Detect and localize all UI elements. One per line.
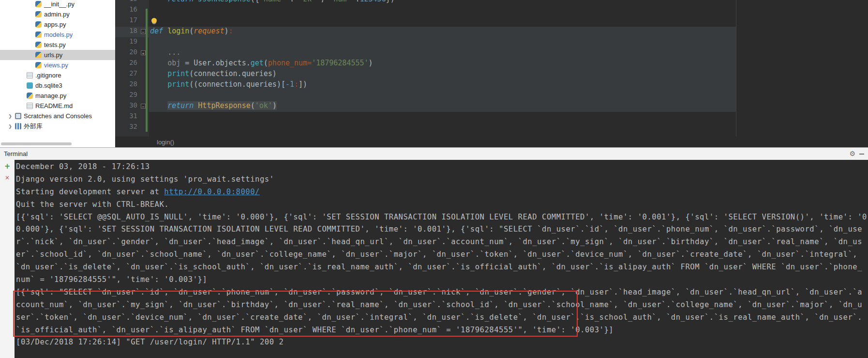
terminal-line-14: `is_official_auth`, `dn_user`.`is_alipay… xyxy=(16,326,868,338)
hide-panel-icon[interactable] xyxy=(859,154,864,155)
code-line-20[interactable]: ... xyxy=(149,48,868,59)
expand-arrow-icon[interactable]: ❯ xyxy=(5,124,15,129)
gutter-line-30[interactable]: 30− xyxy=(115,101,149,112)
code-line-19[interactable] xyxy=(149,37,868,48)
code-token: User.objects. xyxy=(194,59,250,67)
server-url-link[interactable]: http://0.0.0.0:8000/ xyxy=(164,187,260,196)
gutter-line-31[interactable]: 31 xyxy=(115,112,149,123)
db-file-icon xyxy=(27,82,33,89)
terminal-line-11: [{'sql': "SELECT `dn_user`.`id`, `dn_use… xyxy=(16,288,868,300)
intention-bulb-icon[interactable] xyxy=(151,18,157,23)
code-line-26[interactable]: obj = User.objects.get(phone_num='187962… xyxy=(149,59,868,69)
gutter-line-15[interactable]: 15 xyxy=(115,0,149,5)
breadcrumb[interactable]: login() xyxy=(157,139,174,146)
python-file-icon xyxy=(35,11,42,17)
gutter-line-32[interactable]: 32 xyxy=(115,123,149,133)
terminal-line-12: ccount_num`, `dn_user`.`my_sign`, `dn_us… xyxy=(16,300,868,313)
gutter-line-19[interactable]: 19 xyxy=(115,37,149,48)
gutter-line-26[interactable]: 26 xyxy=(115,59,149,69)
line-number: 16 xyxy=(115,5,137,13)
code-token: : xyxy=(229,27,233,35)
code-token: ... xyxy=(167,48,180,57)
terminal-text: Django version 2.0, using settings 'pro_… xyxy=(16,175,274,184)
line-number: 31 xyxy=(115,112,137,120)
code-token: get xyxy=(251,59,264,67)
code-token: ({ xyxy=(251,0,259,3)
code-line-16[interactable] xyxy=(149,5,868,16)
lib-file-icon xyxy=(15,123,21,129)
tree-item-label: apps.py xyxy=(44,21,66,28)
gear-icon[interactable]: ⚙ xyxy=(849,150,855,157)
code-token xyxy=(150,80,167,89)
new-session-icon[interactable]: + xyxy=(3,162,12,171)
terminal-line-13: ser`.`token`, `dn_user`.`device_num`, `d… xyxy=(16,313,868,326)
vcs-change-strip xyxy=(146,9,148,132)
tree-item-manage-py[interactable]: manage.py xyxy=(0,91,115,101)
terminal-text: [{'sql': 'SELECT @@SQL_AUTO_IS_NULL', 't… xyxy=(16,213,867,221)
tree-item-urls-py[interactable]: urls.py xyxy=(0,50,115,60)
gutter-line-18[interactable]: 18− xyxy=(115,27,149,37)
tree-item-apps-py[interactable]: apps.py xyxy=(0,19,115,30)
code-line-17[interactable] xyxy=(149,16,868,27)
code-token: print xyxy=(167,69,189,78)
tree-item--gitignore[interactable]: .gitignore xyxy=(0,70,115,80)
gutter-line-29[interactable]: 29 xyxy=(115,91,149,101)
tree-item-views-py[interactable]: views.py xyxy=(0,60,115,70)
code-line-32[interactable] xyxy=(149,123,868,133)
tree-horizontal-scrollbar[interactable] xyxy=(1,142,72,145)
terminal-line-6: 0.000'}, {'sql': 'SET SESSION TRANSACTIO… xyxy=(16,225,868,237)
terminal-text: `dn_user`.`is_delete`, `dn_user`.`is_sch… xyxy=(16,263,862,271)
tree-item-label: db.sqlite3 xyxy=(35,82,62,89)
code-token xyxy=(150,59,167,67)
gutter-line-28[interactable]: 28 xyxy=(115,80,149,91)
code-area[interactable]: return JsonResponse({'name' : 'zk' , 'nu… xyxy=(149,0,868,137)
fold-plus-icon[interactable]: + xyxy=(141,50,146,55)
tree-item-db-sqlite3[interactable]: db.sqlite3 xyxy=(0,80,115,91)
tree-item-admin-py[interactable]: admin.py xyxy=(0,9,115,19)
code-token: return xyxy=(167,0,198,3)
code-token xyxy=(150,48,167,57)
gutter-line-27[interactable]: 27 xyxy=(115,69,149,80)
code-line-28[interactable]: print((connection.queries)[-1:]) xyxy=(149,80,868,91)
code-token: '18796284555' xyxy=(312,59,368,67)
editor-gutter: 15161718−1920+2627282930−3132 xyxy=(115,0,149,137)
fold-minus-icon[interactable]: − xyxy=(141,29,146,34)
code-token: request xyxy=(194,27,224,35)
code-token: (connection.queries) xyxy=(189,69,277,78)
python-file-icon xyxy=(35,52,42,58)
expand-arrow-icon[interactable]: ❯ xyxy=(5,114,15,119)
gutter-line-16[interactable]: 16 xyxy=(115,5,149,16)
fold-minus-icon[interactable]: − xyxy=(141,104,146,109)
terminal-line-5: [{'sql': 'SELECT @@SQL_AUTO_IS_NULL', 't… xyxy=(16,213,868,225)
project-tree-panel: __init__.pyadmin.pyapps.pymodels.pytests… xyxy=(0,0,115,147)
code-token: ( xyxy=(251,101,255,110)
code-token: ]) xyxy=(299,80,307,89)
code-line-27[interactable]: print(connection.queries) xyxy=(149,69,868,80)
tree-item-scratches-and-consoles[interactable]: ❯Scratches and Consoles xyxy=(0,111,115,121)
gutter-line-17[interactable]: 17 xyxy=(115,16,149,27)
code-line-15[interactable]: return JsonResponse({'name' : 'zk' , 'nu… xyxy=(149,0,868,5)
tree-item-tests-py[interactable]: tests.py xyxy=(0,40,115,50)
terminal-text: er`.`school_id`, `dn_user`.`school_name`… xyxy=(16,250,862,259)
tree-item-readme-md[interactable]: README.md xyxy=(0,101,115,111)
tree-item-models-py[interactable]: models.py xyxy=(0,30,115,40)
code-line-29[interactable] xyxy=(149,91,868,101)
line-number: 17 xyxy=(115,16,137,24)
code-token: JsonResponse xyxy=(198,0,250,3)
terminal-output: December 03, 2018 - 17:26:13Django versi… xyxy=(15,160,868,358)
line-number: 32 xyxy=(115,123,137,130)
code-line-31[interactable] xyxy=(149,112,868,123)
code-token xyxy=(150,0,167,3)
gutter-line-20[interactable]: 20+ xyxy=(115,48,149,59)
tree-item--[interactable]: ❯外部库 xyxy=(0,121,115,131)
code-token: login xyxy=(167,27,189,35)
line-number: 20 xyxy=(115,48,137,56)
python-file-icon xyxy=(35,1,42,7)
python-file-icon xyxy=(35,62,42,68)
terminal-line-7: r`.`nick`, `dn_user`.`gender`, `dn_user`… xyxy=(16,237,868,250)
tree-item--init-py[interactable]: __init__.py xyxy=(0,0,115,9)
code-line-30[interactable]: return HttpResponse('ok') xyxy=(149,101,868,112)
code-token: return xyxy=(167,101,198,110)
close-session-icon[interactable]: ✕ xyxy=(3,173,12,181)
code-line-18[interactable]: def login(request): xyxy=(149,27,868,37)
